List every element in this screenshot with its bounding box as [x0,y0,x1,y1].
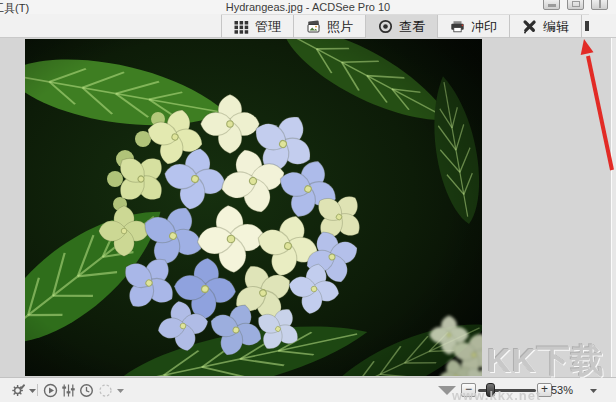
tab-edit-label: 编辑 [543,18,569,36]
bottom-toolbar: − + 53% [0,377,616,402]
photo-hydrangeas[interactable] [25,39,482,376]
mode-tab-bar: 管理 照片 查看 冲印 [0,14,616,38]
close-button[interactable] [591,0,608,10]
zoom-percent-value[interactable]: 53% [551,384,573,396]
tab-manage[interactable]: 管理 [221,15,293,38]
filter-adjust-icon[interactable] [61,383,76,398]
tab-photos[interactable]: 照片 [293,15,365,38]
tab-manage-label: 管理 [255,18,281,36]
zoom-in-button[interactable]: + [537,383,552,397]
maximize-icon [572,1,580,7]
maximize-button[interactable] [567,0,584,10]
tab-edit[interactable]: 编辑 [509,15,581,38]
minimize-icon [548,4,556,7]
slideshow-play-icon[interactable] [43,383,58,398]
right-pane-edge [611,38,616,377]
external-editor-gear-icon[interactable] [11,383,26,398]
develop-icon [450,19,465,34]
tab-photos-label: 照片 [327,18,353,36]
tab-view[interactable]: 查看 [365,15,437,38]
close-icon [599,0,601,8]
edit-icon [522,19,537,34]
tab-develop-label: 冲印 [471,18,497,36]
photos-icon [306,19,321,34]
minimize-button[interactable] [543,0,560,10]
auto-advance-clock-icon[interactable] [79,383,94,398]
tab-next-icon-fragment [585,21,589,31]
zoom-slider[interactable] [478,383,536,397]
tab-view-label: 查看 [399,18,425,36]
zoom-dropdown-caret-icon[interactable] [590,389,597,393]
zoom-out-button[interactable]: − [461,383,476,397]
title-bar: 工具(T) Hydrangeas.jpg - ACDSee Pro 10 [0,0,616,14]
window-title: Hydrangeas.jpg - ACDSee Pro 10 [100,1,516,13]
tab-develop[interactable]: 冲印 [437,15,509,38]
grid-icon [234,19,249,34]
select-region-icon[interactable] [98,383,113,398]
toolbar-separator [37,384,38,396]
toolbar-more-caret-icon[interactable] [117,389,124,393]
zoom-slider-thumb[interactable] [486,383,495,397]
image-viewer-canvas [0,38,616,377]
filmstrip-toggle-icon[interactable] [438,386,456,395]
eye-icon [378,19,393,34]
tab-next-partial[interactable] [581,15,589,38]
gear-dropdown-caret-icon[interactable] [29,389,36,393]
